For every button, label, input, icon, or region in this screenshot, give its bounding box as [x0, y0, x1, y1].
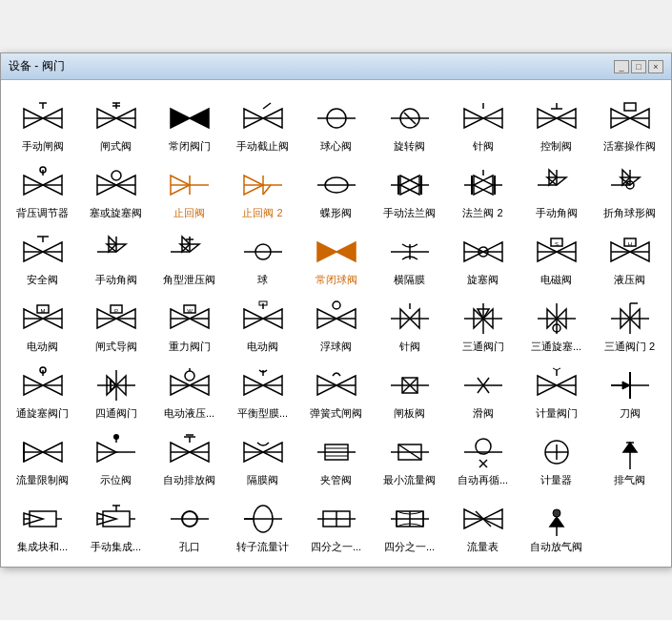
svg-marker-57 [400, 176, 419, 195]
valve-item-22[interactable]: 球 [226, 223, 299, 290]
minimize-button[interactable]: _ [614, 60, 629, 73]
valve-label-39: 电动液压... [164, 406, 214, 420]
valve-item-42[interactable]: 闸板阀 [373, 357, 446, 424]
valve-item-21[interactable]: 角型泄压阀 [153, 223, 226, 290]
valve-item-60[interactable]: 四分之一... [373, 490, 446, 557]
valve-item-1[interactable]: 手动闸阀 [6, 90, 79, 156]
valve-item-18[interactable]: 折角球形阀 [593, 156, 666, 223]
valve-item-5[interactable]: 球心阀 [299, 90, 373, 156]
valve-item-12[interactable]: 止回阀 [153, 156, 226, 223]
valve-item-14[interactable]: 蝶形阀 [299, 156, 373, 223]
svg-text:S: S [554, 241, 558, 247]
valve-item-23[interactable]: 常闭球阀 [299, 223, 373, 290]
valve-symbol-26: S [536, 235, 578, 269]
valve-label-21: 角型泄压阀 [163, 273, 215, 286]
valve-symbol-41 [316, 368, 357, 403]
valve-item-31[interactable]: 电动阀 [226, 290, 299, 357]
valve-item-43[interactable]: 滑阀 [446, 357, 519, 424]
svg-text:H: H [627, 241, 631, 247]
valve-label-37: 通旋塞阀门 [16, 406, 69, 420]
valve-item-59[interactable]: 四分之一... [299, 490, 373, 557]
valve-item-8[interactable]: 控制阀 [519, 90, 593, 156]
valve-symbol-62 [536, 502, 578, 536]
valve-item-53[interactable]: 计量器 [519, 424, 593, 490]
valve-item-56[interactable]: 手动集成... [79, 490, 153, 557]
valve-item-15[interactable]: 手动法兰阀 [373, 156, 446, 223]
valve-item-58[interactable]: 转子流量计 [226, 490, 299, 557]
valve-item-55[interactable]: 集成块和... [6, 490, 79, 557]
valve-symbol-19 [22, 235, 64, 269]
valve-symbol-55 [22, 502, 64, 536]
valve-item-57[interactable]: 孔口 [153, 490, 226, 557]
valve-symbol-30: W [169, 301, 211, 336]
valve-item-50[interactable]: 夹管阀 [299, 424, 373, 490]
valve-label-6: 旋转阀 [394, 139, 425, 153]
valve-item-6[interactable]: 旋转阀 [373, 90, 446, 156]
valve-item-62[interactable]: 自动放气阀 [519, 490, 593, 557]
symbol-grid: 手动闸阀闸式阀常闭阀门手动截止阀球心阀旋转阀针阀控制阀活塞操作阀背压调节器塞或旋… [6, 90, 666, 557]
valve-item-17[interactable]: 手动角阀 [519, 156, 593, 223]
valve-item-10[interactable]: 背压调节器 [6, 156, 79, 223]
valve-item-39[interactable]: 电动液压... [153, 357, 226, 424]
valve-item-26[interactable]: S电磁阀 [519, 223, 593, 290]
valve-item-48[interactable]: 自动排放阀 [153, 424, 226, 490]
title-bar: 设备 - 阀门 _ □ × [1, 53, 671, 80]
valve-item-27[interactable]: H液压阀 [593, 223, 666, 290]
valve-item-45[interactable]: 刀阀 [593, 357, 666, 424]
valve-symbol-23 [316, 235, 357, 269]
valve-item-4[interactable]: 手动截止阀 [226, 90, 299, 156]
valve-item-11[interactable]: 塞或旋塞阀 [79, 156, 153, 223]
valve-item-35[interactable]: 三通旋塞... [519, 290, 593, 357]
valve-item-24[interactable]: 横隔膜 [373, 223, 446, 290]
valve-symbol-57 [169, 502, 211, 536]
valve-item-3[interactable]: 常闭阀门 [153, 90, 226, 156]
svg-marker-93 [317, 242, 336, 261]
valve-item-44[interactable]: 计量阀门 [519, 357, 593, 424]
valve-item-13[interactable]: 止回阀 2 [226, 156, 299, 223]
valve-label-47: 示位阀 [100, 473, 132, 486]
valve-label-35: 三通旋塞... [531, 340, 581, 353]
valve-item-46[interactable]: 流量限制阀 [6, 424, 79, 490]
valve-item-9[interactable]: 活塞操作阀 [593, 90, 666, 156]
valve-item-52[interactable]: 自动再循... [446, 424, 519, 490]
valve-item-7[interactable]: 针阀 [446, 90, 519, 156]
valve-label-30: 重力阀门 [169, 340, 211, 353]
valve-item-2[interactable]: 闸式阀 [79, 90, 153, 156]
valve-item-20[interactable]: 手动角阀 [79, 223, 153, 290]
valve-item-19[interactable]: 安全阀 [6, 223, 79, 290]
valve-label-27: 液压阀 [614, 273, 645, 286]
valve-item-32[interactable]: 浮球阀 [299, 290, 373, 357]
valve-item-16[interactable]: 法兰阀 2 [446, 156, 519, 223]
valve-symbol-61 [462, 502, 504, 536]
valve-item-34[interactable]: 三通阀门 [446, 290, 519, 357]
valve-label-11: 塞或旋塞阀 [90, 206, 142, 219]
valve-item-30[interactable]: W重力阀门 [153, 290, 226, 357]
valve-symbol-33 [389, 301, 431, 336]
valve-item-51[interactable]: 最小流量阀 [373, 424, 446, 490]
valve-item-36[interactable]: 三通阀门 2 [593, 290, 666, 357]
valve-item-33[interactable]: 针阀 [373, 290, 446, 357]
valve-item-54[interactable]: 排气阀 [593, 424, 666, 490]
valve-symbol-15 [389, 168, 431, 202]
maximize-button[interactable]: □ [631, 60, 646, 73]
valve-symbol-46 [22, 435, 64, 469]
valve-item-38[interactable]: 四通阀门 [79, 357, 153, 424]
valve-item-25[interactable]: 旋塞阀 [446, 223, 519, 290]
valve-item-37[interactable]: 通旋塞阀门 [6, 357, 79, 424]
valve-label-58: 转子流量计 [236, 540, 289, 553]
valve-label-10: 背压调节器 [16, 206, 69, 219]
valve-symbol-28: M [22, 301, 64, 336]
valve-symbol-6 [389, 101, 431, 135]
valve-symbol-39 [169, 368, 211, 403]
svg-marker-62 [474, 176, 493, 195]
valve-item-41[interactable]: 弹簧式闸阀 [299, 357, 373, 424]
valve-item-61[interactable]: 流量表 [446, 490, 519, 557]
valve-item-49[interactable]: 隔膜阀 [226, 424, 299, 490]
svg-text:M: M [40, 308, 45, 314]
valve-item-29[interactable]: P闸式导阀 [79, 290, 153, 357]
valve-item-28[interactable]: M电动阀 [6, 290, 79, 357]
close-button[interactable]: × [648, 60, 663, 73]
valve-item-40[interactable]: 平衡型膜... [226, 357, 299, 424]
svg-point-258 [553, 509, 560, 517]
valve-item-47[interactable]: 示位阀 [79, 424, 153, 490]
